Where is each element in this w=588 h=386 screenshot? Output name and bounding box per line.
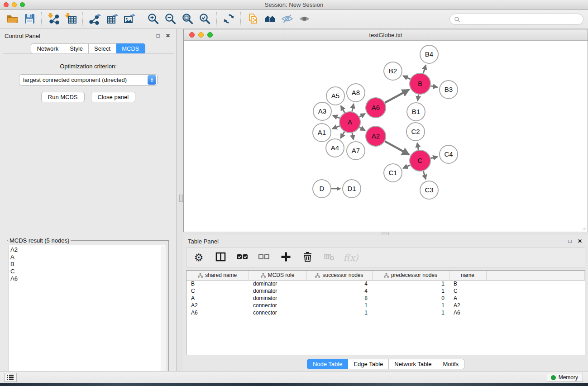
zoom-in-button[interactable] [144, 11, 162, 28]
table-cell[interactable]: 1 [372, 309, 449, 316]
export-table-button[interactable] [103, 11, 120, 28]
minimize-window-icon[interactable] [12, 2, 17, 7]
table-cell[interactable]: dominator [249, 287, 306, 295]
table-close-panel-icon[interactable]: ✕ [576, 238, 583, 245]
network-fullscreen-icon[interactable] [207, 32, 213, 38]
edge-A-A1[interactable] [332, 126, 339, 129]
mcds-result-item[interactable]: C [10, 268, 165, 275]
table-cell[interactable]: C [186, 287, 249, 295]
delete-column-button[interactable] [301, 251, 313, 264]
table-row[interactable]: Cdominator41C [186, 287, 585, 295]
refresh-button[interactable] [220, 11, 237, 28]
table-cell[interactable]: A [449, 295, 486, 302]
table-row[interactable]: A6connector11A6 [186, 309, 585, 316]
tab-style[interactable]: Style [64, 43, 89, 54]
node-table[interactable]: shared nameMCDS rolesuccessor nodesprede… [186, 271, 585, 316]
fullscreen-window-icon[interactable] [20, 2, 25, 7]
table-row[interactable]: Bdominator41B [186, 280, 585, 287]
table-cell[interactable]: connector [249, 309, 306, 316]
tab-edge-table[interactable]: Edge Table [348, 359, 389, 369]
tab-node-table[interactable]: Node Table [307, 359, 349, 369]
table-settings-button[interactable]: ⚙ [193, 251, 205, 264]
table-cell[interactable]: dominator [249, 280, 306, 287]
network-canvas[interactable]: B4B2BB3B1A5A8A3A6AA1A2A4A7C2C4CC1C3DD1 [184, 41, 588, 232]
table-row[interactable]: A2connector11A2 [186, 302, 585, 309]
network-window-titlebar[interactable]: testGlobe.txt [184, 29, 588, 41]
network-minimize-icon[interactable] [198, 32, 204, 38]
add-column-button[interactable] [280, 251, 292, 264]
table-cell[interactable]: 1 [306, 309, 372, 316]
task-history-button[interactable] [4, 373, 17, 382]
table-cell[interactable]: 1 [372, 302, 449, 309]
resize-grip-icon[interactable] [580, 224, 587, 231]
vertical-splitter-handle[interactable] [179, 195, 183, 202]
mcds-result-item[interactable]: B [10, 261, 165, 268]
node-A7[interactable]: A7 [347, 142, 365, 160]
edge-C-C2[interactable] [417, 143, 418, 150]
node-C2[interactable]: C2 [406, 123, 425, 141]
node-D1[interactable]: D1 [343, 180, 361, 198]
edge-A-A4[interactable] [341, 132, 345, 138]
tab-network-table[interactable]: Network Table [389, 359, 437, 369]
network-close-icon[interactable] [189, 32, 195, 38]
table-cell[interactable]: 1 [306, 302, 372, 309]
node-B[interactable]: B [410, 73, 430, 94]
table-cell[interactable]: B [186, 280, 249, 287]
node-A4[interactable]: A4 [326, 139, 344, 157]
run-mcds-button[interactable]: Run MCDS [41, 92, 85, 102]
node-A2[interactable]: A2 [366, 126, 386, 146]
window-titlebar[interactable]: Session: New Session [0, 0, 588, 10]
first-neighbors-button[interactable] [261, 11, 278, 28]
zoom-fit-button[interactable] [179, 11, 196, 28]
save-session-button[interactable] [21, 11, 38, 28]
search-input[interactable] [460, 16, 583, 23]
memory-button[interactable]: Memory [547, 373, 583, 382]
column-header-MCDS-role[interactable]: MCDS role [249, 271, 306, 280]
export-network-button[interactable] [86, 11, 103, 28]
close-panel-button[interactable]: Close panel [91, 92, 136, 102]
table-cell[interactable]: A2 [186, 302, 249, 309]
table-cell[interactable]: dominator [249, 295, 306, 302]
table-row[interactable]: Adominator80A [186, 295, 585, 302]
close-panel-icon[interactable]: ✕ [164, 32, 172, 39]
column-header-predecessor-nodes[interactable]: predecessor nodes [372, 271, 449, 280]
edge-C-C4[interactable] [430, 157, 437, 158]
edge-A-A6[interactable] [359, 114, 365, 117]
tab-network[interactable]: Network [31, 43, 64, 54]
zoom-out-button[interactable] [162, 11, 179, 28]
edge-B-B2[interactable] [403, 76, 411, 79]
table-cell[interactable]: 0 [372, 295, 449, 302]
mcds-list-scrollbar[interactable] [161, 246, 166, 386]
import-table-button[interactable] [62, 11, 79, 28]
table-cell[interactable]: 1 [372, 287, 449, 295]
table-cell[interactable]: B [449, 280, 486, 287]
column-header-name[interactable]: name [449, 271, 486, 280]
column-header-successor-nodes[interactable]: successor nodes [306, 271, 372, 280]
edge-A-A2[interactable] [359, 128, 365, 131]
export-image-button[interactable] [120, 11, 138, 28]
column-header-shared-name[interactable]: shared name [186, 271, 249, 280]
show-all-button[interactable] [296, 11, 313, 28]
hide-selected-button[interactable] [278, 11, 296, 28]
table-cell[interactable]: A6 [449, 309, 486, 316]
table-cell[interactable]: 4 [306, 287, 372, 295]
node-D[interactable]: D [313, 180, 331, 198]
edge-B-B1[interactable] [418, 95, 419, 101]
node-A5[interactable]: A5 [326, 87, 344, 105]
node-C1[interactable]: C1 [384, 164, 402, 182]
edge-B-B4[interactable] [423, 65, 426, 73]
node-B3[interactable]: B3 [440, 81, 458, 99]
table-cell[interactable]: 8 [306, 295, 372, 302]
table-cell[interactable]: A6 [186, 309, 249, 316]
edge-A-A3[interactable] [333, 115, 339, 118]
tab-motifs[interactable]: Motifs [437, 359, 464, 369]
new-network-from-selection-button[interactable] [244, 11, 261, 28]
zoom-selected-button[interactable] [196, 11, 213, 28]
tab-select[interactable]: Select [89, 43, 116, 54]
deselect-all-button[interactable] [258, 251, 270, 264]
table-cell[interactable]: C [449, 287, 486, 295]
close-window-icon[interactable] [4, 2, 9, 7]
node-B4[interactable]: B4 [420, 45, 438, 63]
edge-A-A7[interactable] [352, 133, 354, 140]
node-A8[interactable]: A8 [347, 84, 365, 102]
